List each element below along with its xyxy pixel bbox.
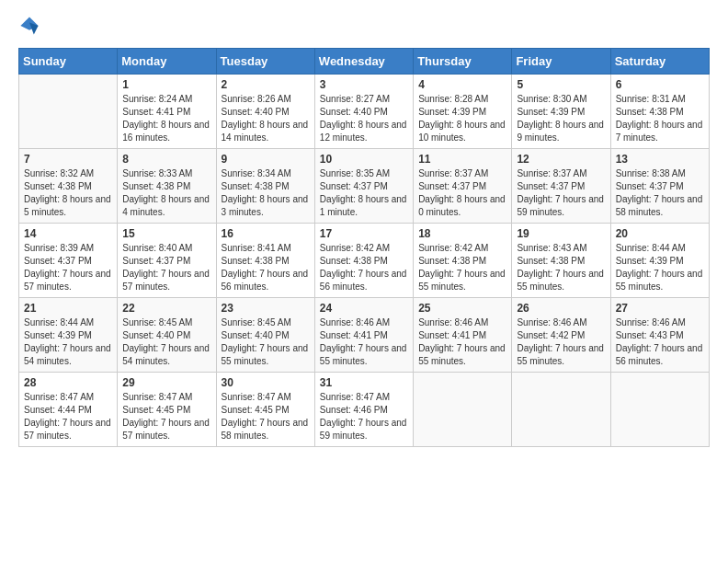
- daylight-text: Daylight: 7 hours and 57 minutes.: [24, 269, 111, 292]
- calendar-day-cell: 1 Sunrise: 8:24 AM Sunset: 4:41 PM Dayli…: [118, 75, 216, 149]
- calendar-week-row: 14 Sunrise: 8:39 AM Sunset: 4:37 PM Dayl…: [19, 224, 710, 298]
- sunrise-text: Sunrise: 8:43 AM: [517, 243, 586, 253]
- sunrise-text: Sunrise: 8:40 AM: [122, 243, 192, 253]
- day-info: Sunrise: 8:46 AM Sunset: 4:41 PM Dayligh…: [418, 316, 506, 368]
- daylight-text: Daylight: 7 hours and 55 minutes.: [517, 343, 604, 366]
- daylight-text: Daylight: 7 hours and 56 minutes.: [222, 269, 309, 292]
- day-info: Sunrise: 8:44 AM Sunset: 4:39 PM Dayligh…: [616, 242, 704, 293]
- day-info: Sunrise: 8:33 AM Sunset: 4:38 PM Dayligh…: [122, 167, 210, 219]
- day-number: 7: [24, 153, 112, 166]
- sunrise-text: Sunrise: 8:28 AM: [418, 94, 488, 104]
- sunrise-text: Sunrise: 8:47 AM: [320, 392, 390, 402]
- sunrise-text: Sunrise: 8:42 AM: [320, 243, 390, 253]
- calendar-day-cell: 13 Sunrise: 8:38 AM Sunset: 4:37 PM Dayl…: [610, 149, 709, 224]
- day-number: 27: [616, 302, 704, 315]
- sunrise-text: Sunrise: 8:26 AM: [222, 94, 291, 104]
- calendar-day-cell: [512, 373, 610, 447]
- daylight-text: Daylight: 7 hours and 55 minutes.: [222, 343, 309, 366]
- daylight-text: Daylight: 8 hours and 7 minutes.: [616, 120, 703, 143]
- sunset-text: Sunset: 4:40 PM: [222, 107, 290, 117]
- sunset-text: Sunset: 4:45 PM: [222, 405, 290, 415]
- daylight-text: Daylight: 8 hours and 5 minutes.: [24, 194, 111, 217]
- day-info: Sunrise: 8:43 AM Sunset: 4:38 PM Dayligh…: [517, 242, 605, 293]
- sunset-text: Sunset: 4:37 PM: [24, 256, 92, 266]
- calendar-header-row: SundayMondayTuesdayWednesdayThursdayFrid…: [19, 49, 710, 75]
- day-info: Sunrise: 8:47 AM Sunset: 4:46 PM Dayligh…: [320, 391, 408, 442]
- day-number: 8: [122, 153, 210, 166]
- sunset-text: Sunset: 4:45 PM: [122, 405, 190, 415]
- day-number: 29: [122, 376, 210, 389]
- day-info: Sunrise: 8:24 AM Sunset: 4:41 PM Dayligh…: [122, 93, 210, 144]
- sunrise-text: Sunrise: 8:39 AM: [24, 243, 94, 253]
- day-info: Sunrise: 8:39 AM Sunset: 4:37 PM Dayligh…: [24, 242, 112, 293]
- sunrise-text: Sunrise: 8:37 AM: [418, 168, 488, 178]
- daylight-text: Daylight: 7 hours and 57 minutes.: [24, 418, 111, 441]
- day-info: Sunrise: 8:37 AM Sunset: 4:37 PM Dayligh…: [517, 167, 605, 219]
- day-info: Sunrise: 8:44 AM Sunset: 4:39 PM Dayligh…: [24, 316, 112, 368]
- sunrise-text: Sunrise: 8:31 AM: [616, 94, 686, 104]
- calendar-day-cell: 25 Sunrise: 8:46 AM Sunset: 4:41 PM Dayl…: [414, 298, 512, 373]
- day-number: 4: [418, 78, 506, 91]
- day-info: Sunrise: 8:26 AM Sunset: 4:40 PM Dayligh…: [222, 93, 310, 144]
- day-info: Sunrise: 8:42 AM Sunset: 4:38 PM Dayligh…: [320, 242, 408, 293]
- day-number: 16: [222, 227, 310, 240]
- sunrise-text: Sunrise: 8:30 AM: [517, 94, 586, 104]
- day-number: 23: [222, 302, 310, 315]
- daylight-text: Daylight: 7 hours and 56 minutes.: [616, 343, 703, 366]
- day-info: Sunrise: 8:31 AM Sunset: 4:38 PM Dayligh…: [616, 93, 704, 144]
- day-info: Sunrise: 8:42 AM Sunset: 4:38 PM Dayligh…: [418, 242, 506, 293]
- day-number: 24: [320, 302, 408, 315]
- day-info: Sunrise: 8:45 AM Sunset: 4:40 PM Dayligh…: [122, 316, 210, 368]
- sunset-text: Sunset: 4:40 PM: [222, 330, 290, 340]
- sunset-text: Sunset: 4:37 PM: [418, 181, 486, 191]
- sunrise-text: Sunrise: 8:35 AM: [320, 168, 390, 178]
- daylight-text: Daylight: 8 hours and 16 minutes.: [122, 120, 210, 143]
- sunset-text: Sunset: 4:38 PM: [222, 256, 290, 266]
- day-info: Sunrise: 8:32 AM Sunset: 4:38 PM Dayligh…: [24, 167, 112, 219]
- day-info: Sunrise: 8:47 AM Sunset: 4:44 PM Dayligh…: [24, 391, 112, 442]
- sunset-text: Sunset: 4:39 PM: [418, 107, 486, 117]
- sunrise-text: Sunrise: 8:46 AM: [320, 317, 390, 327]
- sunset-text: Sunset: 4:37 PM: [616, 181, 684, 191]
- weekday-header: Friday: [512, 49, 610, 75]
- weekday-header: Saturday: [610, 49, 709, 75]
- sunset-text: Sunset: 4:41 PM: [320, 330, 388, 340]
- day-info: Sunrise: 8:37 AM Sunset: 4:37 PM Dayligh…: [418, 167, 506, 219]
- sunset-text: Sunset: 4:46 PM: [320, 405, 388, 415]
- daylight-text: Daylight: 8 hours and 12 minutes.: [320, 120, 407, 143]
- sunrise-text: Sunrise: 8:37 AM: [517, 168, 586, 178]
- calendar-day-cell: 12 Sunrise: 8:37 AM Sunset: 4:37 PM Dayl…: [512, 149, 610, 224]
- daylight-text: Daylight: 7 hours and 55 minutes.: [320, 343, 407, 366]
- daylight-text: Daylight: 7 hours and 59 minutes.: [320, 418, 407, 441]
- day-number: 12: [517, 153, 605, 166]
- calendar-day-cell: [414, 373, 512, 447]
- daylight-text: Daylight: 7 hours and 58 minutes.: [222, 418, 309, 441]
- weekday-header: Tuesday: [216, 49, 314, 75]
- daylight-text: Daylight: 8 hours and 9 minutes.: [517, 120, 604, 143]
- sunset-text: Sunset: 4:39 PM: [24, 330, 92, 340]
- header: [18, 15, 710, 37]
- daylight-text: Daylight: 7 hours and 59 minutes.: [517, 194, 604, 217]
- calendar-day-cell: 28 Sunrise: 8:47 AM Sunset: 4:44 PM Dayl…: [19, 373, 118, 447]
- day-number: 15: [122, 227, 210, 240]
- logo: [18, 15, 44, 37]
- sunrise-text: Sunrise: 8:46 AM: [616, 317, 686, 327]
- day-info: Sunrise: 8:40 AM Sunset: 4:37 PM Dayligh…: [122, 242, 210, 293]
- sunset-text: Sunset: 4:38 PM: [418, 256, 486, 266]
- weekday-header: Thursday: [414, 49, 512, 75]
- calendar-day-cell: 9 Sunrise: 8:34 AM Sunset: 4:38 PM Dayli…: [216, 149, 314, 224]
- calendar-day-cell: 27 Sunrise: 8:46 AM Sunset: 4:43 PM Dayl…: [610, 298, 709, 373]
- calendar-day-cell: 6 Sunrise: 8:31 AM Sunset: 4:38 PM Dayli…: [610, 75, 709, 149]
- sunrise-text: Sunrise: 8:33 AM: [122, 168, 192, 178]
- day-info: Sunrise: 8:47 AM Sunset: 4:45 PM Dayligh…: [122, 391, 210, 442]
- day-info: Sunrise: 8:45 AM Sunset: 4:40 PM Dayligh…: [222, 316, 310, 368]
- day-info: Sunrise: 8:35 AM Sunset: 4:37 PM Dayligh…: [320, 167, 408, 219]
- daylight-text: Daylight: 7 hours and 55 minutes.: [616, 269, 703, 292]
- calendar-day-cell: 10 Sunrise: 8:35 AM Sunset: 4:37 PM Dayl…: [314, 149, 413, 224]
- calendar-week-row: 7 Sunrise: 8:32 AM Sunset: 4:38 PM Dayli…: [19, 149, 710, 224]
- day-info: Sunrise: 8:46 AM Sunset: 4:41 PM Dayligh…: [320, 316, 408, 368]
- calendar-week-row: 28 Sunrise: 8:47 AM Sunset: 4:44 PM Dayl…: [19, 373, 710, 447]
- sunset-text: Sunset: 4:38 PM: [517, 256, 585, 266]
- sunset-text: Sunset: 4:38 PM: [616, 107, 684, 117]
- day-number: 26: [517, 302, 605, 315]
